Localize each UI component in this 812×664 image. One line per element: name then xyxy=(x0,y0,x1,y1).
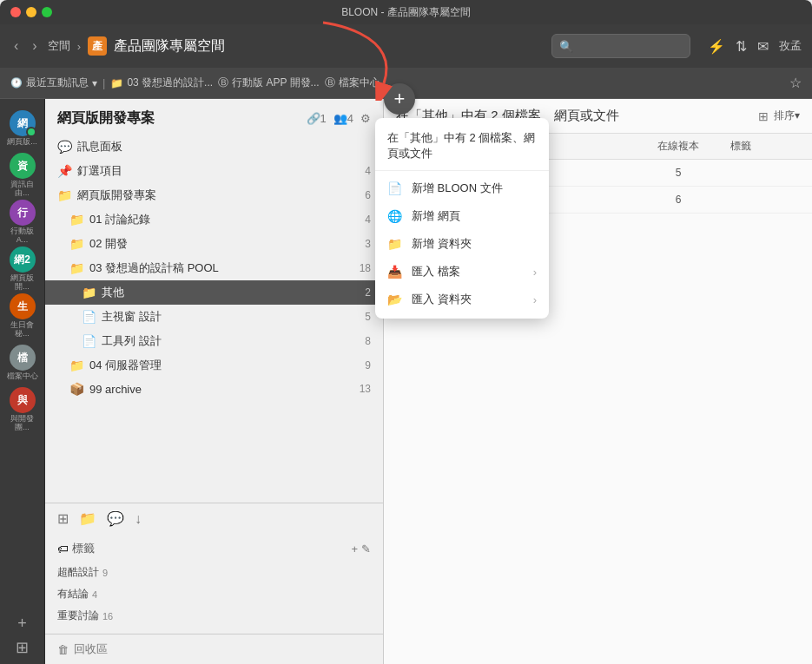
add-tag-button[interactable]: + xyxy=(351,542,358,556)
tree-item-99[interactable]: 📦 99 archive 13 xyxy=(45,378,383,400)
tree-item-pinned[interactable]: 📌 釘選項目 4 xyxy=(45,159,383,183)
grid-view-button[interactable]: ⊞ xyxy=(57,510,69,527)
b-icon: Ⓑ xyxy=(218,76,228,90)
add-button[interactable]: + xyxy=(384,83,415,115)
back-button[interactable]: ‹ xyxy=(10,36,22,56)
cm-item-webpage[interactable]: 🌐 新增 網頁 xyxy=(375,202,549,230)
tag-label-2: 重要討論 xyxy=(57,608,99,623)
grid-icon[interactable]: ⊞ xyxy=(16,638,29,657)
doc-icon-toolbar: 📄 xyxy=(82,334,96,348)
notify-icon[interactable]: ⚡ xyxy=(708,38,725,55)
tree-item-project-label: 網頁版開發專案 xyxy=(77,187,360,203)
avatar-3: 網2 xyxy=(10,247,36,273)
link-icon[interactable]: 🔗1 xyxy=(307,112,327,125)
search-box[interactable]: 🔍 xyxy=(551,34,690,58)
cm-item-new-folder-label: 新增 資料夾 xyxy=(412,236,472,252)
context-menu: 在「其他」中有 2 個檔案、網頁或文件 📄 新增 BLOON 文件 🌐 新增 網… xyxy=(375,118,549,319)
bottom-toolbar: ⊞ 📁 💬 ↓ xyxy=(45,503,383,534)
sort-down-button[interactable]: ↓ xyxy=(135,511,142,527)
window-title: BLOON - 產品團隊專屬空間 xyxy=(341,5,471,20)
trash-area[interactable]: 🗑 回收區 xyxy=(45,634,383,664)
settings-icon[interactable]: ⚙ xyxy=(360,112,371,125)
add-space-button[interactable]: + xyxy=(17,615,27,633)
tree-item-02-count: 3 xyxy=(365,238,371,250)
folder-view-button[interactable]: 📁 xyxy=(79,510,96,527)
tree-item-04[interactable]: 📁 04 伺服器管理 9 xyxy=(45,353,383,378)
breadcrumb-recent-label: 最近互動訊息 xyxy=(26,76,89,90)
tree-item-main-window-count: 5 xyxy=(365,311,371,323)
tag-label-0: 超酷設計 xyxy=(57,565,99,580)
cm-item-import-folder[interactable]: 📂 匯入 資料夾 › xyxy=(375,286,549,313)
minimize-btn[interactable] xyxy=(26,7,36,17)
breadcrumb-item2[interactable]: Ⓑ 行動版 APP 開發... xyxy=(218,76,319,90)
tree-item-main-window-label: 主視窗 設計 xyxy=(102,309,360,325)
sidebar-label-2: 行動版 A... xyxy=(4,227,41,245)
doc-icon: 📄 xyxy=(387,181,403,195)
cm-item-bloon-doc[interactable]: 📄 新增 BLOON 文件 xyxy=(375,174,549,202)
sort-button[interactable]: 排序▾ xyxy=(774,108,800,123)
avatar-6: 與 xyxy=(10,387,36,413)
tree-item-messages-label: 訊息面板 xyxy=(77,139,371,154)
tree-item-02[interactable]: 📁 02 開發 3 xyxy=(45,232,383,256)
space-label[interactable]: 空間 xyxy=(48,38,70,54)
tree-item-01[interactable]: 📁 01 討論紀錄 4 xyxy=(45,207,383,232)
tree-item-other-count: 2 xyxy=(365,286,371,299)
tag-item-1[interactable]: 有結論 4 xyxy=(57,583,371,605)
tree-item-main-window[interactable]: 📄 主視窗 設計 5 xyxy=(45,305,383,329)
sidebar-item-1[interactable]: 資 資訊自由... xyxy=(3,153,42,198)
grid-view-icon[interactable]: ⊞ xyxy=(758,109,769,123)
avatar-2: 行 xyxy=(10,200,36,226)
sidebar-label-6: 與開發團... xyxy=(4,415,41,432)
tag-item-0[interactable]: 超酷設計 9 xyxy=(57,562,371,583)
chevron-down-icon: ▾ xyxy=(92,77,97,89)
members-icon[interactable]: 👥4 xyxy=(333,112,353,125)
cm-item-new-folder[interactable]: 📁 新增 資料夾 xyxy=(375,230,549,258)
sort-icon[interactable]: ⇅ xyxy=(736,38,747,55)
tag-count-0: 9 xyxy=(102,568,108,578)
sidebar-item-3[interactable]: 網2 網頁版開... xyxy=(3,247,42,292)
breadcrumb-item3[interactable]: Ⓑ 檔案中心 xyxy=(325,76,380,90)
tree-item-02-label: 02 開發 xyxy=(89,236,360,252)
tree-item-messages[interactable]: 💬 訊息面板 xyxy=(45,135,383,159)
trash-label: 回收區 xyxy=(74,641,108,657)
sidebar-item-2[interactable]: 行 行動版 A... xyxy=(3,200,42,245)
sort-label: 排序 xyxy=(774,109,795,122)
far-sidebar: 網 網頁版... 資 資訊自由... 行 行動版 A... 網2 網頁版開... xyxy=(0,99,45,664)
star-icon[interactable]: ☆ xyxy=(789,75,802,91)
sidebar-item-6[interactable]: 與 與開發團... xyxy=(3,387,42,432)
user-button[interactable]: 孜孟 xyxy=(779,38,802,54)
breadcrumb-item2-label: 行動版 APP 開發... xyxy=(232,76,319,90)
tree-item-03-count: 18 xyxy=(360,262,371,274)
forward-button[interactable]: › xyxy=(29,36,40,56)
tree-item-03[interactable]: 📁 03 發想過的設計稿 POOL 18 xyxy=(45,256,383,280)
sidebar-item-4[interactable]: 生 生日會秘... xyxy=(3,293,42,339)
tag-label-1: 有結論 xyxy=(57,587,89,602)
breadcrumb-recent[interactable]: 🕐 最近互動訊息 ▾ xyxy=(10,76,97,90)
maximize-btn[interactable] xyxy=(42,7,52,17)
breadcrumb-item3-label: 檔案中心 xyxy=(339,76,380,90)
breadcrumb-item1[interactable]: 📁 03 發想過的設計... xyxy=(110,76,213,90)
tree-item-04-count: 9 xyxy=(365,359,371,371)
tree-item-project[interactable]: 📁 網頁版開發專案 6 xyxy=(45,183,383,207)
folder-icon-03: 📁 xyxy=(69,261,84,275)
tree-item-toolbar[interactable]: 📄 工具列 設計 8 xyxy=(45,329,383,353)
sidebar-item-0[interactable]: 網 網頁版... xyxy=(3,106,42,151)
trash-icon: 🗑 xyxy=(57,643,69,656)
import-folder-icon: 📂 xyxy=(387,293,403,306)
archive-icon: 📦 xyxy=(69,382,84,396)
chat-view-button[interactable]: 💬 xyxy=(107,510,124,527)
folder-icon-01: 📁 xyxy=(69,213,84,227)
import-file-icon: 📥 xyxy=(387,265,403,279)
tag-item-2[interactable]: 重要討論 16 xyxy=(57,605,371,627)
avatar-1: 資 xyxy=(10,153,36,179)
tag-count-2: 16 xyxy=(102,611,113,621)
sidebar-item-5[interactable]: 檔 檔案中心 xyxy=(3,340,42,385)
cm-item-import-file[interactable]: 📥 匯入 檔案 › xyxy=(375,258,549,286)
edit-tag-button[interactable]: ✎ xyxy=(361,542,371,556)
tree-item-other[interactable]: 📁 其他 2 xyxy=(45,280,383,305)
mail-icon[interactable]: ✉ xyxy=(757,38,769,55)
close-btn[interactable] xyxy=(10,7,21,17)
folder-icon-other: 📁 xyxy=(82,286,96,299)
folder-icon-04: 📁 xyxy=(69,358,84,372)
topbar: ‹ › 空間 › 產 產品團隊專屬空間 🔍 ⚡ ⇅ ✉ 孜孟 xyxy=(0,24,812,68)
